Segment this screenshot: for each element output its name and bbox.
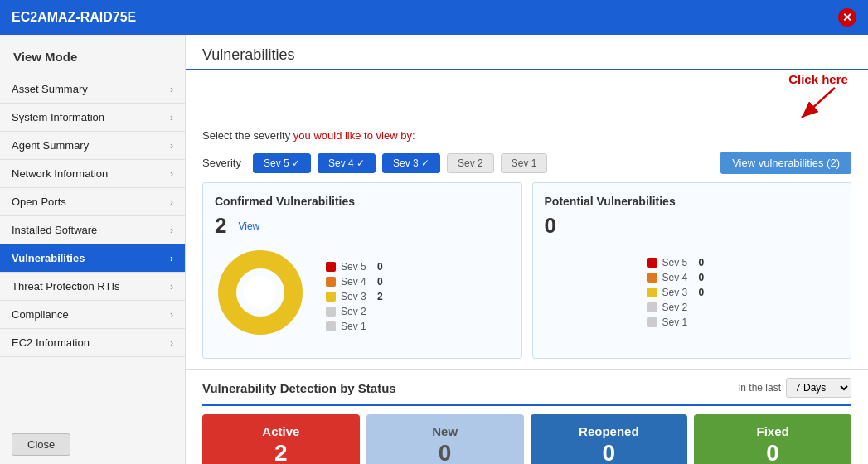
status-card-value: 0	[766, 442, 779, 464]
sev-name: Sev 2	[662, 302, 694, 313]
confirmed-view-link[interactable]: View	[238, 220, 259, 232]
sev-list-item: Sev 50	[647, 257, 705, 268]
sev-name: Sev 1	[662, 317, 694, 328]
chevron-right-icon: ›	[170, 225, 173, 236]
potential-donut-chart	[545, 247, 636, 338]
confirmed-panel-inner: Sev 50Sev 40Sev 32Sev 2Sev 1	[215, 247, 510, 346]
sidebar-item-threat-protection-rtis[interactable]: Threat Protection RTIs›	[0, 273, 185, 301]
sev-name: Sev 3	[662, 287, 694, 298]
sidebar-footer: Close	[0, 425, 185, 464]
status-card-value: 0	[439, 442, 452, 464]
sidebar-item-label: Compliance	[12, 308, 69, 321]
sev-dot-icon	[647, 258, 657, 268]
chevron-right-icon: ›	[170, 196, 173, 208]
sev-name: Sev 5	[341, 261, 372, 273]
sev-dot-icon	[647, 273, 657, 283]
sev-list-item: Sev 32	[326, 291, 383, 302]
severity-button-sev1[interactable]: Sev 1	[501, 153, 548, 173]
sev-name: Sev 1	[341, 321, 372, 332]
sidebar-item-label: Threat Protection RTIs	[12, 280, 120, 292]
section-title: Vulnerabilities	[186, 35, 868, 70]
sidebar-item-system-information[interactable]: System Information›	[0, 104, 185, 132]
sev-dot-icon	[326, 262, 336, 272]
status-divider	[202, 404, 851, 406]
sev-dot-icon	[326, 307, 336, 317]
potential-sev-list: Sev 50Sev 40Sev 30Sev 2Sev 1	[647, 257, 705, 328]
status-card-label: New	[432, 424, 458, 438]
sev-dot-icon	[647, 302, 657, 312]
sev-name: Sev 2	[341, 306, 372, 317]
chevron-right-icon: ›	[170, 337, 173, 349]
status-card-new: New0	[366, 414, 524, 464]
potential-vulnerabilities-panel: Potential Vulnerabilities 0 Sev 50Sev 40…	[532, 182, 852, 359]
sev-list-item: Sev 2	[326, 306, 383, 317]
sev-name: Sev 4	[341, 276, 372, 288]
chevron-right-icon: ›	[170, 112, 173, 123]
chevron-right-icon: ›	[170, 140, 173, 152]
sidebar-item-ec2-information[interactable]: EC2 Information›	[0, 329, 185, 357]
sidebar-item-network-information[interactable]: Network Information›	[0, 160, 185, 188]
sev-list-item: Sev 2	[647, 302, 705, 313]
chevron-right-icon: ›	[170, 168, 173, 180]
vuln-panels: Confirmed Vulnerabilities 2 View Sev 50S…	[186, 182, 868, 369]
window-title: EC2AMAZ-RAID75E	[12, 10, 136, 25]
window-close-button[interactable]: ✕	[838, 8, 856, 27]
sidebar-item-compliance[interactable]: Compliance›	[0, 301, 185, 329]
chevron-right-icon: ›	[170, 84, 173, 95]
chevron-right-icon: ›	[170, 253, 173, 264]
in-last-section: In the last 7 Days14 Days30 Days90 Days	[738, 378, 851, 398]
sidebar-item-installed-software[interactable]: Installed Software›	[0, 216, 185, 244]
close-button[interactable]: Close	[12, 433, 70, 456]
arrow-icon	[785, 86, 851, 123]
severity-button-sev2[interactable]: Sev 2	[447, 153, 494, 173]
days-select[interactable]: 7 Days14 Days30 Days90 Days	[786, 378, 851, 398]
confirmed-sev-list: Sev 50Sev 40Sev 32Sev 2Sev 1	[326, 261, 383, 332]
status-card-label: Fixed	[757, 424, 789, 438]
sidebar-item-label: EC2 Information	[12, 336, 90, 349]
severity-button-sev4[interactable]: Sev 4 ✓	[318, 153, 376, 173]
sev-dot-icon	[326, 321, 336, 331]
confirmed-vulnerabilities-panel: Confirmed Vulnerabilities 2 View Sev 50S…	[202, 182, 522, 359]
sev-value: 2	[377, 291, 383, 302]
sidebar-item-asset-summary[interactable]: Asset Summary›	[0, 75, 185, 104]
status-card-label: Reopened	[579, 424, 639, 438]
sev-value: 0	[699, 257, 705, 268]
sev-value: 0	[699, 272, 705, 283]
sev-dot-icon	[647, 317, 657, 327]
click-here-text: Click here	[788, 72, 848, 86]
status-card-value: 2	[274, 442, 288, 464]
status-card-active: Active2	[202, 414, 360, 464]
severity-label: Severity	[202, 157, 241, 169]
sidebar-item-label: Open Ports	[12, 196, 66, 208]
confirmed-vuln-count: 2	[215, 213, 226, 239]
sev-name: Sev 5	[662, 257, 694, 268]
confirmed-vuln-title: Confirmed Vulnerabilities	[215, 195, 510, 208]
potential-vuln-count: 0	[545, 213, 556, 238]
severity-row: Severity Sev 5 ✓Sev 4 ✓Sev 3 ✓Sev 2Sev 1…	[186, 143, 868, 182]
sidebar-item-label: Asset Summary	[12, 83, 88, 95]
severity-button-sev5[interactable]: Sev 5 ✓	[253, 153, 311, 173]
in-last-label: In the last	[738, 382, 781, 394]
sev-value: 0	[377, 261, 383, 273]
severity-button-sev3[interactable]: Sev 3 ✓	[382, 153, 440, 173]
status-card-label: Active	[262, 424, 299, 438]
sidebar-item-vulnerabilities[interactable]: Vulnerabilities›	[0, 244, 185, 273]
chevron-right-icon: ›	[170, 309, 173, 321]
sidebar-item-label: Agent Summary	[12, 139, 89, 152]
sev-list-item: Sev 40	[647, 272, 705, 283]
potential-panel-inner: Sev 50Sev 40Sev 30Sev 2Sev 1	[545, 247, 840, 338]
status-card-reopened: Reopened0	[531, 414, 688, 464]
svg-point-3	[244, 276, 277, 309]
sev-dot-icon	[326, 277, 336, 287]
sev-list-item: Sev 50	[326, 261, 383, 273]
sidebar-item-agent-summary[interactable]: Agent Summary›	[0, 132, 185, 160]
sidebar-item-open-ports[interactable]: Open Ports›	[0, 188, 185, 216]
sev-dot-icon	[647, 288, 657, 297]
main-layout: View Mode Asset Summary›System Informati…	[0, 35, 868, 464]
sidebar-header: View Mode	[0, 43, 185, 75]
sidebar-item-label: Installed Software	[12, 224, 97, 236]
sev-name: Sev 3	[341, 291, 372, 302]
sidebar-item-label: Vulnerabilities	[12, 252, 85, 264]
sidebar-item-label: System Information	[12, 111, 104, 123]
view-vulnerabilities-button[interactable]: View vulnerabilities (2)	[720, 152, 851, 174]
